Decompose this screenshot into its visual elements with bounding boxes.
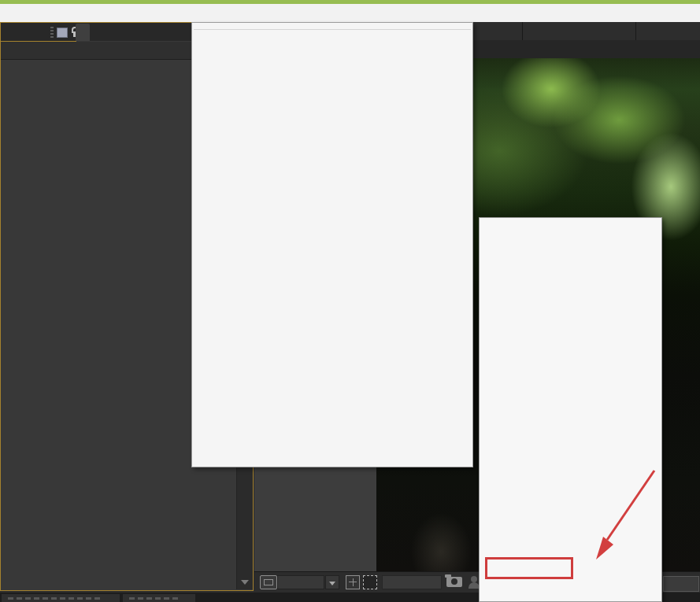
tab-project[interactable] bbox=[5, 24, 24, 40]
view-layout-button[interactable] bbox=[663, 576, 699, 592]
magnification-dropdown[interactable] bbox=[277, 575, 324, 589]
clipped-tab[interactable] bbox=[2, 594, 120, 602]
panel-square-icon[interactable] bbox=[57, 28, 68, 38]
clipped-tab[interactable] bbox=[123, 594, 195, 602]
region-of-interest-icon[interactable] bbox=[363, 575, 377, 589]
timecode-display[interactable] bbox=[382, 575, 442, 589]
chevron-down-icon bbox=[329, 582, 335, 585]
lens-flare-annotation-box bbox=[485, 557, 573, 579]
show-snapshot-icon[interactable] bbox=[469, 576, 480, 589]
magnification-caret-button[interactable] bbox=[325, 575, 339, 589]
grip-icon[interactable] bbox=[50, 27, 54, 38]
snapshot-camera-icon[interactable] bbox=[446, 577, 462, 587]
after-effects-window bbox=[0, 0, 700, 602]
menubar bbox=[0, 4, 700, 22]
generate-submenu bbox=[479, 217, 662, 602]
tab-effect-controls[interactable] bbox=[76, 24, 90, 41]
scroll-down-icon[interactable] bbox=[241, 580, 249, 585]
menu-separator bbox=[194, 29, 471, 30]
tab-divider bbox=[635, 22, 636, 40]
safe-margins-icon[interactable] bbox=[346, 575, 360, 589]
effect-dropdown-menu bbox=[191, 22, 473, 467]
tab-divider bbox=[522, 22, 523, 40]
always-preview-icon[interactable] bbox=[260, 575, 277, 589]
